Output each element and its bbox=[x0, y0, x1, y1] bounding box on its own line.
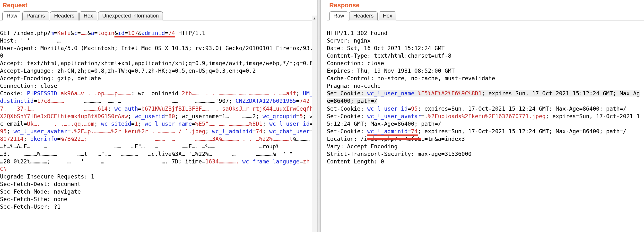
set-cookie-2-val: 95 bbox=[411, 106, 418, 112]
request-tabs: Raw Params Headers Hex Unexpected inform… bbox=[0, 9, 317, 21]
scroll-up-icon[interactable]: ▲ bbox=[312, 16, 317, 21]
resp-status: HTTP/1.1 302 Found bbox=[327, 30, 387, 36]
set-cookie-1-label: Set-Cookie: bbox=[327, 90, 367, 97]
location-tail: c=tm&a=index3 bbox=[421, 136, 465, 142]
sec-fetch-site: Sec-Fetch-Site: none bbox=[0, 196, 67, 202]
resp-content-type: Content-Type: text/html;charset=utf-8 bbox=[327, 53, 451, 59]
param-m-key: m bbox=[50, 30, 54, 36]
req-proto: HTTP/1.1 bbox=[175, 30, 205, 36]
set-cookie-4-key: wc_l_adminid bbox=[367, 128, 408, 136]
response-content[interactable]: HTTP/1.1 302 Found Server: nginx Date: S… bbox=[327, 21, 644, 174]
resp-sts: Strict-Transport-Security: max-age=31536… bbox=[327, 151, 472, 157]
set-cookie-4-val: 74 bbox=[411, 128, 418, 136]
resp-pragma: Pragma: no-cache bbox=[327, 83, 381, 89]
sec-fetch-dest: Sec-Fetch-Dest: document bbox=[0, 181, 81, 187]
resp-expires: Expires: Thu, 19 Nov 1981 08:52:00 GMT bbox=[327, 68, 455, 74]
amp: & bbox=[138, 30, 142, 36]
location-label: Location: /i bbox=[327, 136, 367, 142]
response-title: Response bbox=[327, 0, 644, 9]
tab-headers[interactable]: Headers bbox=[50, 12, 78, 21]
request-title: Request bbox=[0, 0, 317, 9]
resp-connection: Connection: close bbox=[327, 60, 384, 66]
set-cookie-3-val: .%2Fuploads%2Fkefu%2F1632670771.jpeg bbox=[424, 113, 546, 119]
sec-fetch-mode: Sec-Fetch-Mode: navigate bbox=[0, 188, 81, 195]
param-m-val: Kefu bbox=[57, 30, 70, 36]
user-agent: User-Agent: Mozilla/5.0 (Macintosh; Inte… bbox=[0, 45, 313, 59]
tab-headers-resp[interactable]: Headers bbox=[349, 12, 378, 21]
set-cookie-2-key: wc_l_user_id bbox=[367, 106, 408, 112]
tab-raw[interactable]: Raw bbox=[2, 12, 22, 21]
set-cookie-4-tail: ; expires=Sun, 17-Oct-2021 15:12:24 GMT;… bbox=[418, 128, 626, 134]
resp-content-length: Content-Length: 0 bbox=[327, 158, 384, 165]
set-cookie-2-label: Set-Cookie: bbox=[327, 106, 367, 112]
accept-header: Accept: text/html,application/xhtml+xml,… bbox=[0, 60, 313, 66]
param-id-val: 107 bbox=[128, 30, 138, 36]
set-cookie-1-val: %E5%AE%A2%E6%9C%8D1 bbox=[418, 90, 482, 97]
param-a-val: login bbox=[98, 30, 114, 36]
tab-params[interactable]: Params bbox=[22, 12, 49, 21]
set-cookie-1-key: wc_l_user_name bbox=[367, 90, 414, 97]
request-panel: Request Raw Params Headers Hex Unexpecte… bbox=[0, 0, 317, 232]
param-adminid-val: 74 bbox=[168, 30, 175, 36]
param-id-key: id bbox=[118, 30, 125, 36]
host-label: Host: bbox=[0, 38, 20, 44]
param-c-key: c bbox=[74, 30, 78, 36]
param-a-key: a bbox=[91, 30, 94, 36]
param-adminid-key: adminid bbox=[142, 30, 165, 36]
amp: & bbox=[71, 30, 74, 36]
cookie-label: Cookie: bbox=[0, 90, 27, 97]
set-cookie-4-label: Set-Cookie: bbox=[327, 128, 367, 134]
location-redacted: ndex.php?m=Kefu& bbox=[367, 136, 421, 142]
response-tabs: Raw Headers Hex bbox=[327, 9, 644, 21]
accept-encoding: Accept-Encoding: gzip, deflate bbox=[0, 75, 101, 82]
panel-divider[interactable] bbox=[317, 0, 320, 232]
tab-hex[interactable]: Hex bbox=[80, 12, 97, 21]
connection-header: Connection: close bbox=[0, 83, 57, 89]
resp-cache-control: Cache-Control: no-store, no-cache, must-… bbox=[327, 75, 495, 82]
param-c-val: …… bbox=[81, 30, 88, 36]
set-cookie-3-key: wc_l_user_avatar bbox=[367, 113, 421, 119]
response-panel: Response Raw Headers Hex HTTP/1.1 302 Fo… bbox=[320, 0, 644, 232]
req-method: GET bbox=[0, 30, 13, 36]
tab-raw-resp[interactable]: Raw bbox=[329, 12, 348, 21]
scrollbar[interactable]: ▲ bbox=[312, 16, 317, 232]
amp: & bbox=[88, 30, 91, 36]
sec-fetch-user: Sec-Fetch-User: ?1 bbox=[0, 203, 60, 210]
tab-hex-resp[interactable]: Hex bbox=[378, 12, 396, 21]
set-cookie-2-tail: ; expires=Sun, 17-Oct-2021 15:12:24 GMT;… bbox=[418, 106, 626, 112]
resp-server: Server: nginx bbox=[327, 38, 370, 44]
upgrade-insecure: Upgrade-Insecure-Requests: 1 bbox=[0, 173, 94, 180]
accept-language: Accept-Language: zh-CN,zh;q=0.8,zh-TW;q=… bbox=[0, 68, 256, 74]
cookie-value: PHPSESSID=ak96a…v . .op………p…………: wc onli… bbox=[0, 90, 317, 172]
amp: & bbox=[114, 30, 118, 36]
req-path: /index.php? bbox=[13, 30, 50, 36]
resp-date: Date: Sat, 16 Oct 2021 15:12:24 GMT bbox=[327, 45, 445, 51]
host-value: ' ' … bbox=[20, 38, 60, 44]
tab-unexpected[interactable]: Unexpected information bbox=[98, 12, 163, 21]
request-content[interactable]: GET /index.php?m=Kefu&c=……&a=login&id=10… bbox=[0, 21, 317, 219]
set-cookie-3-label: Set-Cookie: bbox=[327, 113, 367, 119]
resp-vary: Vary: Accept-Encoding bbox=[327, 143, 398, 150]
